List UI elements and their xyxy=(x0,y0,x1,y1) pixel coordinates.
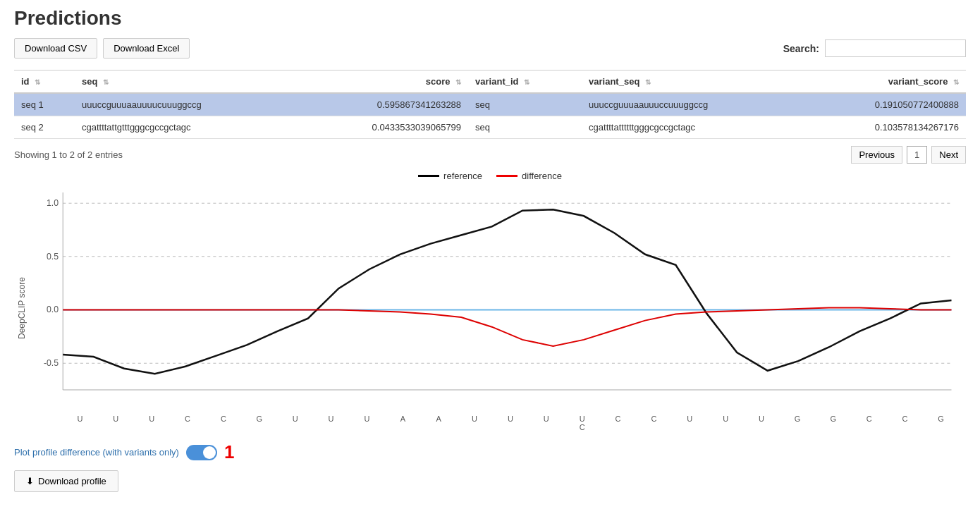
x-label: C xyxy=(636,415,672,431)
cell-variant_id: seq xyxy=(468,116,582,139)
x-label: G xyxy=(923,415,959,431)
reference-line-icon xyxy=(418,175,439,177)
toggle-label: Plot profile difference (with variants o… xyxy=(14,447,179,458)
x-axis-labels: UUUCCGUUUAAUUUUCCCUUUGGCCG xyxy=(27,415,966,431)
toggle-row: Plot profile difference (with variants o… xyxy=(14,441,966,463)
chart-svg-area: 1.00.50.0-0.5 UUUCCGUUUAAUUUUCCCUUUGGCCG xyxy=(27,185,966,431)
search-input[interactable] xyxy=(825,39,966,57)
svg-text:0.0: 0.0 xyxy=(47,305,59,315)
x-label: C xyxy=(851,415,887,431)
x-label: C xyxy=(170,415,206,431)
y-axis-label: DeepCLIP score xyxy=(14,185,27,431)
svg-text:-0.5: -0.5 xyxy=(44,358,59,368)
pagination-row: Showing 1 to 2 of 2 entries Previous 1 N… xyxy=(14,146,966,164)
x-label: A xyxy=(385,415,421,431)
x-label: C xyxy=(206,415,242,431)
x-label: U xyxy=(98,415,134,431)
chart-legend: reference difference xyxy=(14,171,966,181)
col-seq: seq ⇅ xyxy=(75,70,297,94)
col-variant-id: variant_id ⇅ xyxy=(468,70,582,94)
download-icon: ⬇ xyxy=(26,476,34,486)
cell-id: seq 1 xyxy=(14,93,75,116)
cell-variant_score: 0.191050772400888 xyxy=(803,93,966,116)
download-csv-button[interactable]: Download CSV xyxy=(14,38,97,59)
chart-container: reference difference DeepCLIP score 1.00… xyxy=(14,171,966,431)
col-variant-score: variant_score ⇅ xyxy=(803,70,966,94)
x-label: U xyxy=(528,415,564,431)
cell-seq: cgattttattgtttgggcgccgctagc xyxy=(75,116,297,139)
cell-variant_score: 0.103578134267176 xyxy=(803,116,966,139)
page-title: Predictions xyxy=(14,7,966,30)
current-page: 1 xyxy=(907,146,927,164)
download-profile-button[interactable]: ⬇ Download profile xyxy=(14,470,118,492)
x-label: U xyxy=(62,415,98,431)
col-score: score ⇅ xyxy=(297,70,468,94)
predictions-table: id ⇅ seq ⇅ score ⇅ variant_id ⇅ variant_… xyxy=(14,70,966,139)
search-label: Search: xyxy=(783,43,819,54)
x-label: U xyxy=(457,415,493,431)
download-profile-label: Download profile xyxy=(38,476,106,486)
cell-variant_seq: uuuccguuuaauuuccuuuggccg xyxy=(582,93,803,116)
table-row[interactable]: seq 1uuuccguuuaauuuucuuuggccg0.595867341… xyxy=(14,93,966,116)
cell-id: seq 2 xyxy=(14,116,75,139)
x-label: U xyxy=(672,415,708,431)
cell-score: 0.0433533039065799 xyxy=(297,116,468,139)
toolbar: Download CSV Download Excel Search: xyxy=(14,38,966,59)
legend-reference: reference xyxy=(418,171,482,181)
x-label: U xyxy=(313,415,349,431)
x-label: UC xyxy=(564,415,600,431)
search-area: Search: xyxy=(783,39,966,57)
table-header-row: id ⇅ seq ⇅ score ⇅ variant_id ⇅ variant_… xyxy=(14,70,966,94)
table-row[interactable]: seq 2cgattttattgtttgggcgccgctagc0.043353… xyxy=(14,116,966,139)
x-label: U xyxy=(744,415,780,431)
x-label: U xyxy=(708,415,744,431)
next-button[interactable]: Next xyxy=(931,146,966,164)
x-label: C xyxy=(887,415,923,431)
col-id: id ⇅ xyxy=(14,70,75,94)
chart-svg: 1.00.50.0-0.5 xyxy=(27,185,966,411)
cell-variant_id: seq xyxy=(468,93,582,116)
legend-difference: difference xyxy=(496,171,562,181)
cell-score: 0.595867341263288 xyxy=(297,93,468,116)
cell-seq: uuuccguuuaauuuucuuuggccg xyxy=(75,93,297,116)
x-label: G xyxy=(780,415,816,431)
reference-label: reference xyxy=(443,171,482,181)
x-label: G xyxy=(815,415,851,431)
x-label: U xyxy=(349,415,385,431)
toolbar-buttons: Download CSV Download Excel xyxy=(14,38,190,59)
x-label: G xyxy=(241,415,277,431)
previous-button[interactable]: Previous xyxy=(851,146,902,164)
toggle-number: 1 xyxy=(224,441,234,463)
svg-text:0.5: 0.5 xyxy=(47,252,59,262)
x-label: U xyxy=(493,415,529,431)
difference-line-icon xyxy=(496,175,517,177)
x-label: U xyxy=(277,415,313,431)
x-label: C xyxy=(600,415,636,431)
cell-variant_seq: cgattttattttttgggcgccgctagc xyxy=(582,116,803,139)
x-label: A xyxy=(421,415,457,431)
difference-label: difference xyxy=(522,171,562,181)
col-variant-seq: variant_seq ⇅ xyxy=(582,70,803,94)
chart-wrapper: DeepCLIP score 1.00.50.0-0.5 UUUCCGUUUAA… xyxy=(14,185,966,431)
svg-text:1.0: 1.0 xyxy=(47,198,59,208)
download-excel-button[interactable]: Download Excel xyxy=(103,38,190,59)
x-label: U xyxy=(134,415,170,431)
pagination-showing: Showing 1 to 2 of 2 entries xyxy=(14,149,123,160)
pagination-controls: Previous 1 Next xyxy=(851,146,966,164)
profile-difference-toggle[interactable] xyxy=(186,445,217,460)
